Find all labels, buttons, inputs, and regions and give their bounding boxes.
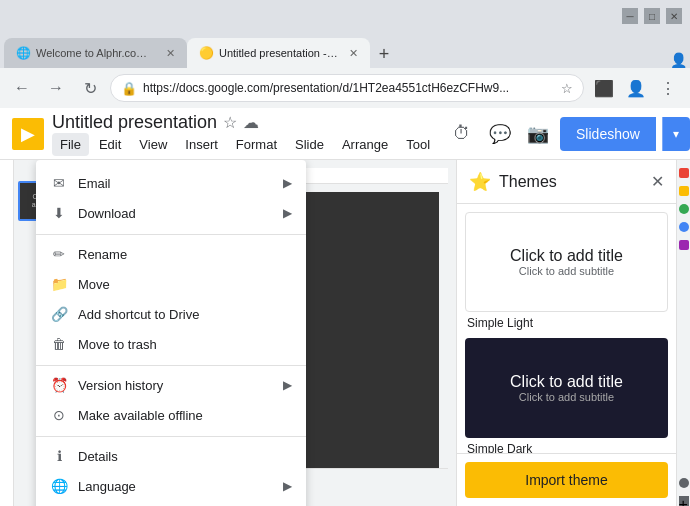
menu-slide[interactable]: Slide xyxy=(287,133,332,156)
profile-icon[interactable]: 👤 xyxy=(670,52,686,68)
menu-edit[interactable]: Edit xyxy=(91,133,129,156)
menu-view[interactable]: View xyxy=(131,133,175,156)
ext-icon-plus[interactable]: + xyxy=(679,496,689,506)
app-header: ▶ Untitled presentation ☆ ☁ File Edit Vi… xyxy=(0,108,690,160)
themes-content: Click to add title Click to add subtitle… xyxy=(457,204,676,453)
theme-dark-preview[interactable]: Click to add title Click to add subtitle xyxy=(465,338,668,438)
theme-simple-dark: Click to add title Click to add subtitle… xyxy=(465,338,668,453)
menu-add-shortcut[interactable]: 🔗 Add shortcut to Drive xyxy=(36,299,306,329)
menu-version-history[interactable]: ⏰ Version history ▶ xyxy=(36,370,306,400)
ext-icon-4[interactable] xyxy=(679,222,689,232)
bookmark-icon[interactable]: ☆ xyxy=(561,81,573,96)
header-actions: ⏱ 💬 📷 Slideshow ▾ 👤 👤 xyxy=(446,117,690,151)
move-icon: 📁 xyxy=(50,275,68,293)
theme-dark-title: Click to add title xyxy=(510,373,623,391)
theme-dark-name: Simple Dark xyxy=(465,442,668,453)
download-icon: ⬇ xyxy=(50,204,68,222)
profile-button[interactable]: 👤 xyxy=(622,74,650,102)
menu-rename[interactable]: ✏ Rename xyxy=(36,239,306,269)
title-icons: ☆ ☁ xyxy=(223,113,259,132)
shortcut-icon: 🔗 xyxy=(50,305,68,323)
theme-light-title: Click to add title xyxy=(510,247,623,265)
title-bar: ─ □ ✕ xyxy=(0,0,690,32)
tab-alphr-label: Welcome to Alphr.com - Google ... xyxy=(36,47,156,59)
menu-file[interactable]: File xyxy=(52,133,89,156)
menu-section-file-ops: ✏ Rename 📁 Move 🔗 Add shortcut to Drive … xyxy=(36,234,306,361)
url-bar[interactable]: 🔒 https://docs.google.com/presentation/d… xyxy=(110,74,584,102)
ext-icon-2[interactable] xyxy=(679,186,689,196)
menu-details[interactable]: ℹ Details xyxy=(36,441,306,471)
tab-slides[interactable]: 🟡 Untitled presentation - Google S... ✕ xyxy=(187,38,370,68)
move-trash-label: Move to trash xyxy=(78,337,292,352)
theme-light-name: Simple Light xyxy=(465,316,668,330)
ext-icon-5[interactable] xyxy=(679,240,689,250)
app-logo: ▶ xyxy=(12,118,44,150)
make-offline-label: Make available offline xyxy=(78,408,292,423)
download-arrow-icon: ▶ xyxy=(283,206,292,220)
left-sidebar xyxy=(0,160,14,506)
refresh-button[interactable]: ↻ xyxy=(76,74,104,102)
details-label: Details xyxy=(78,449,292,464)
minimize-button[interactable]: ─ xyxy=(622,8,638,24)
main-area: 1 Click toadd title Speaker notes ⭐ xyxy=(0,160,690,506)
forward-button[interactable]: → xyxy=(42,74,70,102)
ext-icon-1[interactable] xyxy=(679,168,689,178)
ext-icon-3[interactable] xyxy=(679,204,689,214)
camera-button[interactable]: 📷 xyxy=(522,118,554,150)
themes-close-icon[interactable]: ✕ xyxy=(651,172,664,191)
tab-alphr-favicon: 🌐 xyxy=(16,46,30,60)
tab-slides-favicon: 🟡 xyxy=(199,46,213,60)
themes-title: Themes xyxy=(499,173,643,191)
theme-light-subtitle: Click to add subtitle xyxy=(519,265,614,277)
email-label: Email xyxy=(78,176,273,191)
slideshow-button[interactable]: Slideshow xyxy=(560,117,656,151)
file-dropdown-menu: ✉ Email ▶ ⬇ Download ▶ ✏ Rename 📁 xyxy=(36,160,306,506)
back-button[interactable]: ← xyxy=(8,74,36,102)
chrome-right-bar: + xyxy=(676,160,690,506)
app-title-area: Untitled presentation ☆ ☁ File Edit View… xyxy=(52,112,438,156)
cloud-icon: ☁ xyxy=(243,113,259,132)
more-button[interactable]: ⋮ xyxy=(654,74,682,102)
offline-icon: ⊙ xyxy=(50,406,68,424)
email-icon: ✉ xyxy=(50,174,68,192)
trash-icon: 🗑 xyxy=(50,335,68,353)
menu-arrange[interactable]: Arrange xyxy=(334,133,396,156)
window-controls: ─ □ ✕ xyxy=(622,8,682,24)
add-shortcut-label: Add shortcut to Drive xyxy=(78,307,292,322)
extensions-button[interactable]: ⬛ xyxy=(590,74,618,102)
menu-tool[interactable]: Tool xyxy=(398,133,438,156)
tab-alphr-close[interactable]: ✕ xyxy=(166,47,175,60)
app-menu: File Edit View Insert Format Slide Arran… xyxy=(52,133,438,156)
new-tab-button[interactable]: + xyxy=(370,40,398,68)
star-icon[interactable]: ☆ xyxy=(223,113,237,132)
language-icon: 🌐 xyxy=(50,477,68,495)
menu-make-offline[interactable]: ⊙ Make available offline xyxy=(36,400,306,430)
rename-label: Rename xyxy=(78,247,292,262)
theme-light-preview[interactable]: Click to add title Click to add subtitle xyxy=(465,212,668,312)
address-bar: ← → ↻ 🔒 https://docs.google.com/presenta… xyxy=(0,68,690,108)
slideshow-dropdown-button[interactable]: ▾ xyxy=(662,117,690,151)
tab-alphr[interactable]: 🌐 Welcome to Alphr.com - Google ... ✕ xyxy=(4,38,187,68)
themes-star-icon: ⭐ xyxy=(469,171,491,193)
menu-move-trash[interactable]: 🗑 Move to trash xyxy=(36,329,306,359)
app-title: Untitled presentation xyxy=(52,112,217,133)
menu-insert[interactable]: Insert xyxy=(177,133,226,156)
menu-move[interactable]: 📁 Move xyxy=(36,269,306,299)
menu-language[interactable]: 🌐 Language ▶ xyxy=(36,471,306,501)
menu-format[interactable]: Format xyxy=(228,133,285,156)
import-theme-button[interactable]: Import theme xyxy=(465,462,668,498)
slides-logo-icon: ▶ xyxy=(21,123,35,145)
themes-footer: Import theme xyxy=(457,453,676,506)
menu-section-history: ⏰ Version history ▶ ⊙ Make available off… xyxy=(36,365,306,432)
language-label: Language xyxy=(78,479,273,494)
tab-slides-close[interactable]: ✕ xyxy=(349,47,358,60)
app-content: ▶ Untitled presentation ☆ ☁ File Edit Vi… xyxy=(0,108,690,506)
history-button[interactable]: ⏱ xyxy=(446,118,478,150)
maximize-button[interactable]: □ xyxy=(644,8,660,24)
chat-button[interactable]: 💬 xyxy=(484,118,516,150)
menu-email[interactable]: ✉ Email ▶ xyxy=(36,168,306,198)
toolbar-icons: ⬛ 👤 ⋮ xyxy=(590,74,682,102)
close-button[interactable]: ✕ xyxy=(666,8,682,24)
ext-icon-6[interactable] xyxy=(679,478,689,488)
menu-download[interactable]: ⬇ Download ▶ xyxy=(36,198,306,228)
